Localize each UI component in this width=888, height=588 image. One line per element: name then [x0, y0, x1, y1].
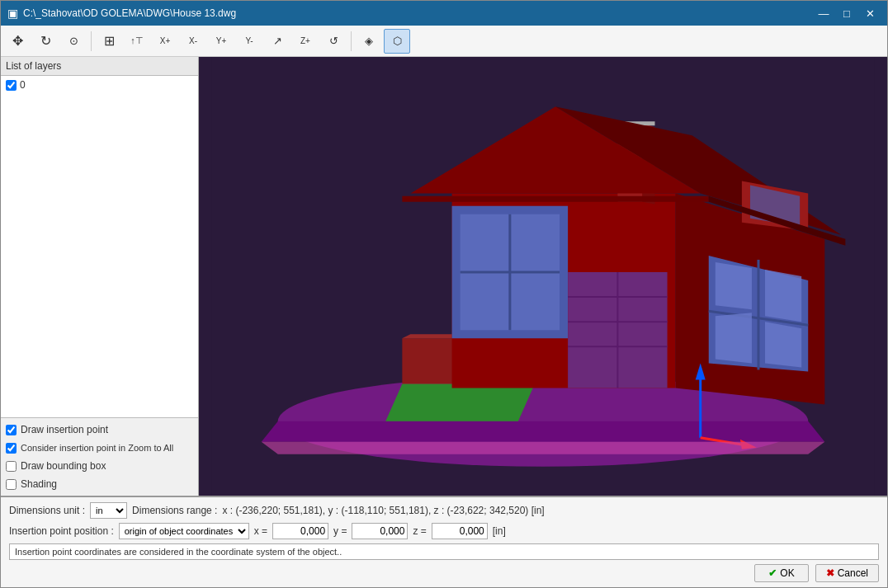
- content-area: List of layers 0 Draw insertion point Co…: [1, 57, 887, 496]
- dimensions-range-value: x : (-236,220; 551,181), y : (-118,110; …: [222, 505, 544, 516]
- list-item[interactable]: 0: [2, 78, 196, 92]
- left-panel: List of layers 0 Draw insertion point Co…: [1, 57, 199, 496]
- title-bar-left: ▣ C:\_Stahovat\OD GOLEMA\DWG\House 13.dw…: [7, 7, 236, 20]
- zoom-window-button[interactable]: ⊙: [60, 29, 87, 54]
- view-cube-button[interactable]: ⬡: [384, 29, 410, 54]
- viewport[interactable]: [199, 57, 887, 496]
- move-y-minus-button[interactable]: Y-: [236, 29, 262, 54]
- shading-checkbox[interactable]: [6, 479, 17, 490]
- close-button[interactable]: ✕: [859, 3, 881, 23]
- dimensions-range-label: Dimensions range :: [132, 505, 217, 516]
- toolbar-sep-2: [351, 31, 352, 51]
- move-xy-button[interactable]: ↗: [264, 29, 290, 54]
- ok-checkmark-icon: ✔: [768, 567, 777, 579]
- pan-button[interactable]: ✥: [4, 29, 31, 54]
- move-x-plus-button[interactable]: X+: [152, 29, 178, 54]
- svg-marker-27: [765, 322, 801, 367]
- rotate-3d-button[interactable]: ↺: [320, 29, 347, 54]
- dimensions-row: Dimensions unit : in mm cm m ft Dimensio…: [9, 502, 879, 519]
- insertion-point-select[interactable]: origin of object coordinates: [119, 523, 249, 539]
- layer-list: 0: [1, 76, 198, 417]
- draw-bounding-box-item[interactable]: Draw bounding box: [6, 457, 193, 475]
- layers-header: List of layers: [1, 57, 198, 76]
- svg-marker-41: [262, 442, 825, 454]
- rotate-button[interactable]: ↻: [32, 29, 59, 54]
- draw-insertion-point-checkbox[interactable]: [6, 425, 17, 435]
- draw-bounding-box-checkbox[interactable]: [6, 461, 17, 472]
- svg-marker-35: [402, 196, 708, 202]
- layer-section: List of layers 0: [1, 57, 198, 417]
- move-y-plus-button[interactable]: Y+: [208, 29, 234, 54]
- layer-0-name: 0: [20, 79, 26, 91]
- move-x-minus-button[interactable]: X-: [180, 29, 206, 54]
- ok-label: OK: [780, 567, 794, 579]
- y-input[interactable]: [352, 523, 408, 539]
- shading-item[interactable]: Shading: [6, 475, 193, 493]
- z-input[interactable]: [432, 523, 488, 539]
- title-bar-controls: — □ ✕: [813, 3, 881, 23]
- move-vertex-button[interactable]: ↑⊤: [124, 29, 150, 54]
- options-section: Draw insertion point Consider insertion …: [1, 417, 198, 496]
- cancel-label: Cancel: [838, 567, 868, 579]
- svg-marker-24: [716, 262, 752, 309]
- minimize-button[interactable]: —: [813, 3, 834, 23]
- draw-bounding-box-label: Draw bounding box: [21, 460, 106, 472]
- x-input[interactable]: [272, 523, 328, 539]
- svg-marker-2: [262, 421, 825, 442]
- unit-suffix: [in]: [493, 525, 506, 537]
- zoom-selection-button[interactable]: ⊞: [96, 29, 122, 54]
- house-3d-svg: [199, 57, 887, 496]
- app-icon: ▣: [7, 7, 18, 20]
- cancel-cross-icon: ✖: [826, 567, 834, 579]
- toolbar: ✥ ↻ ⊙ ⊞ ↑⊤ X+ X- Y+ Y- ↗ Z+ ↺ ◈ ⬡: [1, 26, 887, 57]
- app-window: ▣ C:\_Stahovat\OD GOLEMA\DWG\House 13.dw…: [0, 0, 888, 588]
- consider-insertion-point-checkbox[interactable]: [6, 443, 17, 454]
- dimensions-unit-select[interactable]: in mm cm m ft: [90, 502, 127, 519]
- draw-insertion-point-label: Draw insertion point: [21, 424, 108, 435]
- cancel-button[interactable]: ✖ Cancel: [815, 564, 879, 582]
- move-z-button[interactable]: Z+: [292, 29, 319, 54]
- layer-0-checkbox[interactable]: [6, 80, 17, 91]
- ok-button[interactable]: ✔ OK: [754, 564, 808, 582]
- window-title: C:\_Stahovat\OD GOLEMA\DWG\House 13.dwg: [23, 7, 236, 19]
- z-label: z =: [413, 525, 426, 537]
- consider-insertion-point-label: Consider insertion point in Zoom to All: [21, 443, 173, 453]
- shading-label: Shading: [21, 478, 57, 490]
- view-3d-button[interactable]: ◈: [356, 29, 382, 54]
- title-bar: ▣ C:\_Stahovat\OD GOLEMA\DWG\House 13.dw…: [1, 1, 887, 26]
- insertion-point-row: Insertion point position : origin of obj…: [9, 523, 879, 539]
- y-label: y =: [333, 525, 347, 537]
- dimensions-unit-label: Dimensions unit :: [9, 505, 85, 516]
- toolbar-sep-1: [91, 31, 92, 51]
- consider-insertion-point-item[interactable]: Consider insertion point in Zoom to All: [6, 439, 193, 457]
- svg-marker-25: [765, 270, 801, 322]
- svg-marker-26: [716, 313, 752, 363]
- insertion-point-label: Insertion point position :: [9, 525, 114, 537]
- bottom-info-panel: Dimensions unit : in mm cm m ft Dimensio…: [1, 496, 887, 587]
- status-message: Insertion point coordinates are consider…: [9, 543, 879, 560]
- svg-marker-3: [385, 383, 535, 421]
- maximize-button[interactable]: □: [836, 3, 857, 23]
- button-row: ✔ OK ✖ Cancel: [9, 564, 879, 582]
- draw-insertion-point-item[interactable]: Draw insertion point: [6, 421, 193, 439]
- x-label: x =: [254, 525, 267, 537]
